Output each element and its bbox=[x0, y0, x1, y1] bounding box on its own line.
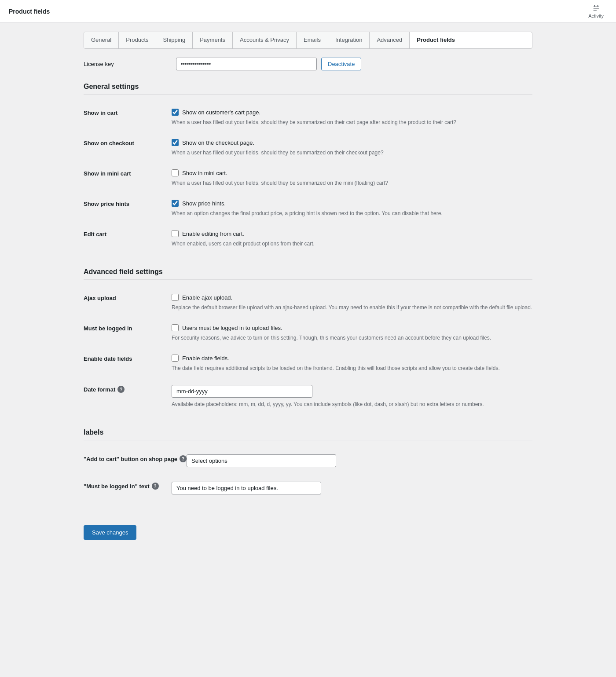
tab-accounts-privacy[interactable]: Accounts & Privacy bbox=[233, 32, 297, 48]
tab-general[interactable]: General bbox=[84, 32, 119, 48]
show-in-cart-label: Show in cart bbox=[84, 109, 172, 116]
show-on-checkout-description: When a user has filled out your fields, … bbox=[172, 149, 532, 157]
advanced-field-settings-heading: Advanced field settings bbox=[84, 268, 532, 280]
date-format-content: Available date placeholders: mm, m, dd, … bbox=[172, 385, 532, 408]
show-in-mini-cart-row: Show in mini cart Show in mini cart. Whe… bbox=[84, 163, 532, 194]
date-format-input[interactable] bbox=[172, 385, 312, 398]
labels-heading: labels bbox=[84, 428, 532, 440]
ajax-upload-checkbox-line: Enable ajax upload. bbox=[172, 294, 532, 301]
add-to-cart-button-help-icon[interactable]: ? bbox=[180, 455, 187, 462]
show-on-checkout-checkbox-line: Show on the checkout page. bbox=[172, 139, 532, 146]
ajax-upload-checkbox[interactable] bbox=[172, 294, 179, 301]
activity-label: Activity bbox=[588, 13, 604, 18]
tab-payments[interactable]: Payments bbox=[193, 32, 233, 48]
show-price-hints-label: Show price hints bbox=[84, 200, 172, 207]
enable-date-fields-checkbox-label[interactable]: Enable date fields. bbox=[182, 355, 229, 362]
ajax-upload-label: Ajax upload bbox=[84, 294, 172, 301]
tab-advanced[interactable]: Advanced bbox=[370, 32, 410, 48]
must-be-logged-in-text-content bbox=[172, 482, 532, 496]
edit-cart-content: Enable editing from cart. When enabled, … bbox=[172, 230, 532, 248]
enable-date-fields-checkbox-line: Enable date fields. bbox=[172, 355, 532, 362]
tabs-nav: General Products Shipping Payments Accou… bbox=[84, 32, 532, 49]
edit-cart-description: When enabled, users can edit product opt… bbox=[172, 240, 532, 248]
add-to-cart-button-label-wrap: "Add to cart" button on shop page ? bbox=[84, 454, 187, 462]
edit-cart-label: Edit cart bbox=[84, 230, 172, 238]
show-on-checkout-checkbox-label[interactable]: Show on the checkout page. bbox=[182, 139, 254, 146]
date-format-label: Date format bbox=[84, 386, 115, 393]
show-price-hints-checkbox[interactable] bbox=[172, 200, 179, 207]
must-be-logged-in-description: For security reasons, we advice to turn … bbox=[172, 334, 532, 342]
svg-rect-1 bbox=[594, 5, 595, 7]
tab-shipping[interactable]: Shipping bbox=[156, 32, 193, 48]
page-wrap: General Products Shipping Payments Accou… bbox=[75, 23, 541, 557]
svg-rect-0 bbox=[597, 5, 598, 7]
advanced-field-settings-section: Advanced field settings Ajax upload Enab… bbox=[84, 268, 532, 414]
must-be-logged-in-text-help-icon[interactable]: ? bbox=[152, 483, 159, 490]
show-in-cart-checkbox-line: Show on customer's cart page. bbox=[172, 109, 532, 116]
show-in-mini-cart-checkbox-line: Show in mini cart. bbox=[172, 169, 532, 176]
date-format-help-icon[interactable]: ? bbox=[117, 386, 125, 393]
must-be-logged-in-checkbox-line: Users must be logged in to upload files. bbox=[172, 324, 532, 331]
tab-emails[interactable]: Emails bbox=[297, 32, 328, 48]
show-on-checkout-label: Show on checkout bbox=[84, 139, 172, 146]
must-be-logged-in-text-row: "Must be logged in" text ? bbox=[84, 476, 532, 502]
tab-product-fields[interactable]: Product fields bbox=[410, 32, 462, 48]
enable-date-fields-row: Enable date fields Enable date fields. T… bbox=[84, 348, 532, 379]
enable-date-fields-checkbox[interactable] bbox=[172, 355, 179, 362]
add-to-cart-button-row: "Add to cart" button on shop page ? bbox=[84, 448, 532, 476]
show-price-hints-content: Show price hints. When an option changes… bbox=[172, 200, 532, 217]
show-on-checkout-content: Show on the checkout page. When a user h… bbox=[172, 139, 532, 157]
tab-integration[interactable]: Integration bbox=[328, 32, 370, 48]
must-be-logged-in-text-label: "Must be logged in" text bbox=[84, 483, 150, 490]
date-format-description: Available date placeholders: mm, m, dd, … bbox=[172, 400, 532, 408]
must-be-logged-in-label: Must be logged in bbox=[84, 324, 172, 332]
show-in-cart-checkbox-label[interactable]: Show on customer's cart page. bbox=[182, 109, 260, 116]
activity-icon bbox=[592, 4, 600, 12]
ajax-upload-row: Ajax upload Enable ajax upload. Replace … bbox=[84, 288, 532, 318]
add-to-cart-button-content bbox=[187, 454, 532, 469]
save-changes-button[interactable]: Save changes bbox=[84, 525, 136, 540]
enable-date-fields-label: Enable date fields bbox=[84, 355, 172, 362]
show-price-hints-checkbox-label[interactable]: Show price hints. bbox=[182, 200, 226, 207]
show-price-hints-row: Show price hints Show price hints. When … bbox=[84, 194, 532, 224]
enable-date-fields-description: The date field requires additional scrip… bbox=[172, 364, 532, 372]
edit-cart-checkbox-label[interactable]: Enable editing from cart. bbox=[182, 231, 244, 237]
license-key-input[interactable] bbox=[176, 58, 317, 70]
tab-products[interactable]: Products bbox=[119, 32, 156, 48]
ajax-upload-description: Replace the default browser file upload … bbox=[172, 304, 532, 311]
show-in-cart-content: Show on customer's cart page. When a use… bbox=[172, 109, 532, 126]
general-settings-heading: General settings bbox=[84, 83, 532, 95]
must-be-logged-in-text-input[interactable] bbox=[172, 482, 321, 494]
activity-button[interactable]: Activity bbox=[585, 2, 607, 21]
date-format-label-wrap: Date format ? bbox=[84, 385, 172, 393]
show-in-mini-cart-description: When a user has filled out your fields, … bbox=[172, 179, 532, 187]
show-price-hints-checkbox-line: Show price hints. bbox=[172, 200, 532, 207]
show-in-cart-row: Show in cart Show on customer's cart pag… bbox=[84, 102, 532, 133]
show-in-mini-cart-checkbox-label[interactable]: Show in mini cart. bbox=[182, 170, 227, 176]
license-key-row: License key Deactivate bbox=[84, 58, 532, 70]
show-on-checkout-checkbox[interactable] bbox=[172, 139, 179, 146]
show-in-mini-cart-content: Show in mini cart. When a user has fille… bbox=[172, 169, 532, 187]
edit-cart-checkbox-line: Enable editing from cart. bbox=[172, 230, 532, 237]
license-key-label: License key bbox=[84, 61, 172, 67]
add-to-cart-button-label: "Add to cart" button on shop page bbox=[84, 456, 177, 462]
edit-cart-row: Edit cart Enable editing from cart. When… bbox=[84, 224, 532, 254]
show-in-cart-checkbox[interactable] bbox=[172, 109, 179, 116]
add-to-cart-button-input[interactable] bbox=[187, 454, 336, 467]
date-format-row: Date format ? Available date placeholder… bbox=[84, 379, 532, 414]
must-be-logged-in-checkbox[interactable] bbox=[172, 324, 179, 331]
show-price-hints-description: When an option changes the final product… bbox=[172, 209, 532, 217]
labels-section: labels "Add to cart" button on shop page… bbox=[84, 428, 532, 502]
page-title: Product fields bbox=[9, 8, 50, 15]
must-be-logged-in-row: Must be logged in Users must be logged i… bbox=[84, 318, 532, 348]
ajax-upload-checkbox-label[interactable]: Enable ajax upload. bbox=[182, 294, 232, 301]
show-in-mini-cart-checkbox[interactable] bbox=[172, 169, 179, 176]
show-in-cart-description: When a user has filled out your fields, … bbox=[172, 118, 532, 126]
ajax-upload-content: Enable ajax upload. Replace the default … bbox=[172, 294, 532, 311]
must-be-logged-in-checkbox-label[interactable]: Users must be logged in to upload files. bbox=[182, 325, 282, 331]
deactivate-button[interactable]: Deactivate bbox=[321, 58, 361, 70]
top-bar: Product fields Activity bbox=[0, 0, 616, 23]
show-on-checkout-row: Show on checkout Show on the checkout pa… bbox=[84, 133, 532, 163]
edit-cart-checkbox[interactable] bbox=[172, 230, 179, 237]
must-be-logged-in-content: Users must be logged in to upload files.… bbox=[172, 324, 532, 342]
